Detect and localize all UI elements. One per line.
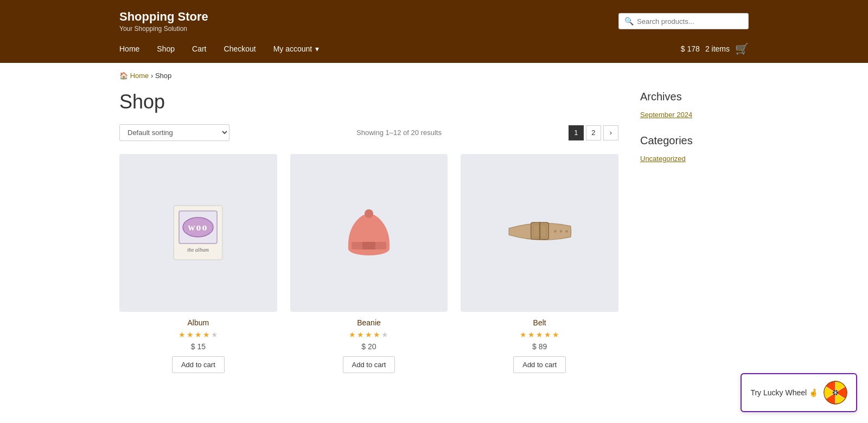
star-2: ★ [187, 330, 194, 339]
page-1-button[interactable]: 1 [569, 125, 584, 140]
nav-my-account[interactable]: My account ▾ [273, 44, 320, 61]
product-stars-belt: ★ ★ ★ ★ ★ [520, 330, 559, 339]
breadcrumb-home[interactable]: Home [130, 72, 149, 80]
svg-point-14 [565, 230, 568, 233]
site-tagline: Your Shopping Solution [119, 25, 208, 33]
product-name-beanie: Beanie [357, 318, 381, 327]
star-1: ★ [520, 330, 527, 339]
add-to-cart-album[interactable]: Add to cart [172, 356, 225, 373]
header-nav: Home Shop Cart Checkout My account ▾ $ 1… [108, 42, 760, 63]
star-2: ★ [357, 330, 364, 339]
star-3: ★ [365, 330, 372, 339]
shop-content: Shop Default sorting Sort by popularity … [119, 91, 618, 373]
product-image-album: woo the album [119, 154, 277, 312]
header: Shopping Store Your Shopping Solution 🔍 … [0, 0, 868, 63]
sidebar-archives: Archives September 2024 [640, 91, 749, 119]
breadcrumb: 🏠 Home › Shop [108, 72, 760, 80]
site-title: Shopping Store Your Shopping Solution [119, 10, 208, 33]
main-container: Shop Default sorting Sort by popularity … [108, 91, 760, 373]
product-image-beanie [290, 154, 448, 312]
results-info: Showing 1–12 of 20 results [356, 129, 442, 137]
star-4: ★ [203, 330, 210, 339]
product-image-belt [461, 154, 618, 312]
product-card-album[interactable]: woo the album Album ★ ★ ★ ★ ★ $ 15 Add t… [119, 154, 277, 373]
site-name: Shopping Store [119, 10, 208, 24]
products-grid: woo the album Album ★ ★ ★ ★ ★ $ 15 Add t… [119, 154, 618, 373]
add-to-cart-belt[interactable]: Add to cart [513, 356, 566, 373]
nav-home[interactable]: Home [119, 44, 139, 61]
svg-point-12 [554, 230, 557, 233]
nav-shop[interactable]: Shop [157, 44, 175, 61]
pagination: 1 2 › [569, 125, 618, 140]
shop-title: Shop [119, 91, 618, 113]
svg-text:the album: the album [187, 247, 209, 253]
star-4: ★ [544, 330, 551, 339]
shop-toolbar: Default sorting Sort by popularity Sort … [119, 124, 618, 141]
product-price-album: $ 15 [191, 342, 206, 351]
home-icon: 🏠 [119, 72, 128, 80]
svg-text:woo: woo [188, 222, 208, 233]
star-3: ★ [195, 330, 202, 339]
product-price-belt: $ 89 [532, 342, 547, 351]
categories-title: Categories [640, 134, 749, 147]
star-1: ★ [178, 330, 186, 339]
cart-icon: 🛒 [735, 42, 749, 55]
product-stars-beanie: ★ ★ ★ ★ ★ [349, 330, 388, 339]
add-to-cart-beanie[interactable]: Add to cart [343, 356, 395, 373]
star-5: ★ [552, 330, 559, 339]
cart-summary[interactable]: $ 178 2 items 🛒 [681, 42, 749, 63]
svg-point-8 [365, 209, 373, 218]
star-4: ★ [373, 330, 380, 339]
product-stars-album: ★ ★ ★ ★ ★ [178, 330, 218, 339]
cart-items-count: 2 items [705, 44, 730, 53]
wheel-icon [824, 381, 847, 384]
page-next-button[interactable]: › [603, 125, 618, 140]
search-icon: 🔍 [624, 17, 634, 25]
chevron-down-icon: ▾ [315, 44, 319, 53]
search-input[interactable] [637, 17, 743, 25]
lucky-wheel-widget[interactable]: Try Lucky Wheel 🤞 [741, 373, 857, 384]
star-5: ★ [381, 330, 388, 339]
product-card-belt[interactable]: Belt ★ ★ ★ ★ ★ $ 89 Add to cart [461, 154, 618, 373]
product-name-belt: Belt [533, 318, 546, 327]
svg-rect-7 [362, 242, 375, 249]
cart-total: $ 178 [681, 44, 700, 53]
svg-point-13 [559, 230, 562, 233]
archives-september-2024[interactable]: September 2024 [640, 111, 692, 119]
star-1: ★ [349, 330, 356, 339]
sort-select[interactable]: Default sorting Sort by popularity Sort … [119, 124, 229, 141]
breadcrumb-current: Shop [155, 72, 171, 80]
main-nav: Home Shop Cart Checkout My account ▾ [119, 44, 319, 61]
categories-uncategorized[interactable]: Uncategorized [640, 155, 686, 163]
product-card-beanie[interactable]: Beanie ★ ★ ★ ★ ★ $ 20 Add to cart [290, 154, 448, 373]
page-2-button[interactable]: 2 [586, 125, 601, 140]
product-name-album: Album [187, 318, 209, 327]
star-2: ★ [528, 330, 535, 339]
archives-title: Archives [640, 91, 749, 103]
search-bar[interactable]: 🔍 [618, 13, 749, 29]
sidebar: Archives September 2024 Categories Uncat… [640, 91, 749, 373]
star-3: ★ [536, 330, 543, 339]
nav-cart[interactable]: Cart [192, 44, 206, 61]
star-5: ★ [211, 330, 218, 339]
product-price-beanie: $ 20 [361, 342, 376, 351]
nav-checkout[interactable]: Checkout [224, 44, 256, 61]
sidebar-categories: Categories Uncategorized [640, 134, 749, 163]
